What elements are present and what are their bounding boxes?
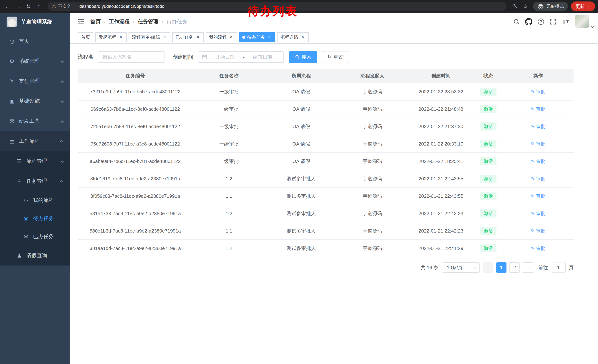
- app-logo[interactable]: 芋道管理系统: [0, 13, 70, 31]
- table-row: 381aa1dd-7ac8-11ec-a9e2-a2380e71991a1.2测…: [78, 240, 573, 257]
- tab-start-process[interactable]: 发起流程×: [95, 32, 127, 42]
- forward-icon[interactable]: →: [13, 1, 23, 11]
- fullscreen-icon[interactable]: [548, 16, 558, 27]
- next-page-button[interactable]: ›: [523, 262, 533, 273]
- refresh-icon[interactable]: ↻: [24, 1, 33, 11]
- edit-icon: ✎: [531, 176, 534, 181]
- cell-initiator: 芋道源码: [337, 135, 407, 153]
- cell-task-name: 一级审批: [193, 118, 265, 135]
- tab-home[interactable]: 首页: [78, 32, 93, 42]
- goto-label: 前往: [538, 264, 548, 271]
- breadcrumb-item[interactable]: 任务管理: [138, 18, 158, 25]
- star-icon[interactable]: ☆: [521, 1, 530, 11]
- tab-todo-tasks[interactable]: 待办任务×: [239, 32, 275, 42]
- github-icon[interactable]: [523, 16, 534, 27]
- page-button-1[interactable]: 1: [496, 262, 507, 273]
- tab-done-tasks[interactable]: 已办任务×: [172, 32, 204, 42]
- cell-task-name: 1.2: [193, 240, 265, 257]
- sidebar-item-system[interactable]: ⚙系统管理: [0, 51, 70, 71]
- security-label: 不安全: [58, 4, 71, 9]
- approve-link[interactable]: ✎审批: [531, 176, 545, 182]
- home-icon[interactable]: ⌂: [34, 1, 44, 11]
- sidebar-item-process-mgmt[interactable]: ☰流程管理: [0, 151, 70, 171]
- update-button[interactable]: 更新 ⋮: [571, 1, 595, 11]
- approve-link[interactable]: ✎审批: [531, 106, 545, 112]
- help-icon[interactable]: ?: [536, 16, 546, 27]
- cell-initiator: 芋道源码: [337, 153, 407, 170]
- hamburger-icon[interactable]: [75, 16, 87, 27]
- tab-label: 发起流程: [99, 34, 116, 40]
- cell-process: 测试多审批人: [265, 222, 337, 240]
- approve-link[interactable]: ✎审批: [531, 158, 545, 164]
- approve-link[interactable]: ✎审批: [531, 193, 545, 199]
- user-avatar[interactable]: [575, 15, 593, 29]
- search-icon[interactable]: [511, 16, 522, 27]
- tab-process-detail[interactable]: 流程详情×: [277, 32, 309, 42]
- close-icon[interactable]: ×: [162, 35, 167, 40]
- todo-eye-icon: ◉: [22, 215, 30, 222]
- breadcrumb-item[interactable]: 工作流程: [109, 18, 130, 25]
- cell-created: 2022-01-21 22:41:29: [407, 240, 474, 257]
- cell-task-name: 1.2: [193, 170, 265, 187]
- approve-link[interactable]: ✎审批: [531, 89, 545, 95]
- approve-link[interactable]: ✎审批: [531, 245, 545, 251]
- avatar-image[interactable]: [575, 15, 589, 28]
- browser-chrome: ← → ↻ ⌂ ⚠ 不安全 dashboard.yudao.iocoder.cn…: [0, 0, 598, 13]
- cell-task-id: 725a1eb6-7b88-11ec-8ef0-acde48001122: [78, 118, 193, 135]
- close-icon[interactable]: ×: [229, 35, 234, 40]
- status-badge: 激活: [480, 244, 497, 252]
- approve-link[interactable]: ✎审批: [531, 123, 545, 129]
- prev-page-button[interactable]: ‹: [483, 262, 493, 273]
- close-icon[interactable]: ×: [300, 35, 305, 40]
- page-size-select[interactable]: 10条/页: [443, 262, 480, 273]
- search-button[interactable]: 搜索: [289, 51, 317, 63]
- page-button-2[interactable]: 2: [509, 262, 520, 273]
- sidebar-item-task-mgmt[interactable]: ⚐任务管理: [0, 171, 70, 191]
- close-icon[interactable]: ×: [118, 35, 123, 40]
- sidebar-item-home[interactable]: ◷首页: [0, 31, 70, 51]
- approve-link[interactable]: ✎审批: [531, 210, 545, 217]
- sidebar-item-label: 流程管理: [26, 158, 47, 165]
- status-badge: 激活: [480, 88, 497, 96]
- font-size-icon[interactable]: TT: [560, 16, 571, 27]
- cell-process: OA 请假: [265, 135, 337, 153]
- sidebar-item-label: 支付管理: [19, 78, 40, 85]
- chevron-right-icon: ›: [527, 265, 529, 270]
- sidebar-item-done-tasks[interactable]: ⋈已办任务: [0, 227, 70, 245]
- reset-button[interactable]: ↻ 重置: [322, 51, 349, 63]
- sidebar-item-leave-query[interactable]: ♟请假查询: [0, 245, 70, 266]
- sidebar-item-my-process[interactable]: ☺我的流程: [0, 191, 70, 209]
- refresh-reset-icon: ↻: [328, 54, 332, 60]
- tab-form-edit[interactable]: 流程表单-编辑×: [129, 32, 170, 42]
- breadcrumb-item[interactable]: 首页: [91, 18, 101, 25]
- key-icon[interactable]: [510, 1, 520, 11]
- sidebar-item-label: 系统管理: [19, 57, 40, 65]
- main-area: 首页/工作流程/任务管理/待办任务 ? TT: [70, 13, 598, 364]
- date-range-input[interactable]: 开始日期 - 结束日期: [198, 51, 284, 63]
- approve-link[interactable]: ✎审批: [531, 228, 545, 234]
- menu-dots-icon[interactable]: ⋮: [587, 4, 591, 9]
- tab-my-process[interactable]: 我的流程×: [206, 32, 237, 42]
- sidebar-item-workflow[interactable]: ▤工作流程: [0, 131, 70, 151]
- tags-bar: 首页发起流程×流程表单-编辑×已办任务×我的流程×待办任务×流程详情×: [70, 31, 598, 44]
- close-icon[interactable]: ×: [195, 35, 200, 40]
- back-icon[interactable]: ←: [3, 1, 13, 11]
- close-icon[interactable]: ×: [267, 35, 272, 40]
- chevron-down-icon: [60, 159, 64, 163]
- sidebar-item-todo-tasks[interactable]: ◉待办任务: [0, 209, 70, 227]
- approve-link[interactable]: ✎审批: [531, 141, 545, 147]
- sidebar-item-payment[interactable]: ¥支付管理: [0, 71, 70, 91]
- sidebar-item-infrastructure[interactable]: ▣基础设施: [0, 91, 70, 111]
- tab-label: 已办任务: [176, 34, 193, 40]
- sidebar-item-devtools[interactable]: ⚒研发工具: [0, 111, 70, 131]
- cell-initiator: 芋道源码: [337, 100, 407, 118]
- edit-icon: ✎: [531, 124, 534, 129]
- cell-task-name: 1.2: [193, 205, 265, 222]
- status-badge: 激活: [480, 122, 497, 130]
- end-date-placeholder: 结束日期: [245, 54, 280, 60]
- table-row: a6aba0a4-7b6d-11ec-b781-acde48001122一级审批…: [78, 153, 573, 170]
- status-badge: 激活: [480, 209, 497, 217]
- goto-page-input[interactable]: [551, 263, 566, 273]
- process-name-input[interactable]: [98, 51, 165, 63]
- status-badge: 激活: [480, 192, 497, 200]
